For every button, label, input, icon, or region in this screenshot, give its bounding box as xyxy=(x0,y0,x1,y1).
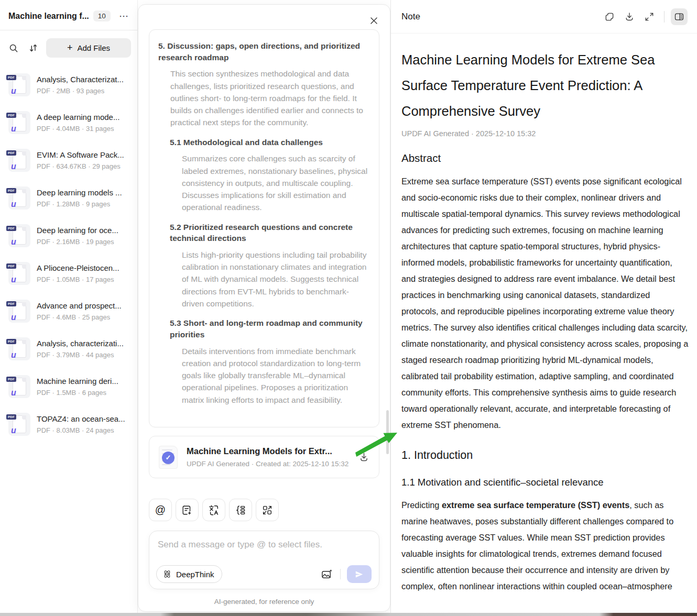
mindmap-icon[interactable] xyxy=(229,499,252,521)
expand-icon[interactable] xyxy=(641,8,658,25)
file-row-5[interactable]: PDFuDeep learning for oce...PDF · 2.16MB… xyxy=(4,217,133,255)
divider xyxy=(664,11,665,23)
file-meta: PDF · 634.67KB · 29 pages xyxy=(37,162,124,170)
file-count-badge: 10 xyxy=(93,10,111,21)
file-row-1[interactable]: PDFuAnalysis, Characterizat...PDF · 2MB … xyxy=(4,66,133,104)
outline-heading: 5. Discussion: gaps, open directions, an… xyxy=(158,40,370,63)
introduction-paragraph: Predicting extreme sea surface temperatu… xyxy=(401,497,689,595)
file-meta: PDF · 4.04MB · 31 pages xyxy=(37,125,119,133)
search-icon[interactable] xyxy=(6,41,21,56)
file-list: PDFuAnalysis, Characterizat...PDF · 2MB … xyxy=(0,63,137,446)
download-icon[interactable] xyxy=(358,452,369,463)
file-sidebar: Machine learning f... 10 ⋯ + Add Files P… xyxy=(0,0,138,613)
generated-note-card[interactable]: ✓ Machine Learning Models for Extr... UP… xyxy=(149,436,379,478)
divider xyxy=(340,569,341,579)
background-window-edge xyxy=(0,613,697,616)
convert-icon[interactable] xyxy=(256,499,279,521)
add-files-label: Add Files xyxy=(77,43,110,52)
insert-image-icon[interactable] xyxy=(320,567,334,581)
translate-icon[interactable] xyxy=(202,499,225,521)
file-meta: PDF · 1.5MB · 6 pages xyxy=(37,389,118,397)
copy-icon[interactable] xyxy=(601,8,618,25)
outline-section-5-1: 5.1 Methodological and data challenges S… xyxy=(170,137,370,214)
document-byline: UPDF AI Generated · 2025-12-10 15:32 xyxy=(401,129,689,138)
generated-doc-icon: ✓ xyxy=(158,445,180,470)
pdf-file-icon: PDFu xyxy=(8,375,30,398)
sort-icon[interactable] xyxy=(26,41,41,56)
plus-icon: + xyxy=(67,42,73,53)
pdf-file-icon: PDFu xyxy=(8,337,30,360)
abstract-heading: Abstract xyxy=(401,152,689,164)
generated-note-meta: UPDF AI Generated · Created at: 2025-12-… xyxy=(187,460,352,468)
file-row-9[interactable]: PDFuMachine learning deri...PDF · 1.5MB … xyxy=(4,368,133,405)
file-row-2[interactable]: PDFuA deep learning mode...PDF · 4.04MB … xyxy=(4,104,133,141)
quick-action-row: @ xyxy=(149,499,279,521)
folder-title: Machine learning f... xyxy=(8,12,89,21)
note-document[interactable]: Machine Learning Models for Extreme Sea … xyxy=(391,34,697,595)
generated-note-title: Machine Learning Models for Extr... xyxy=(187,446,352,456)
deepthink-toggle[interactable]: DeepThink xyxy=(156,565,222,583)
file-name: Deep learning for oce... xyxy=(37,226,118,235)
file-name: Machine learning deri... xyxy=(37,377,118,386)
file-name: A deep learning mode... xyxy=(37,113,119,122)
pdf-file-icon: PDFu xyxy=(8,413,30,436)
outline-body: Lists high-priority questions including … xyxy=(182,249,370,310)
pdf-file-icon: PDFu xyxy=(8,186,30,210)
panel-toggle-icon[interactable] xyxy=(671,8,688,25)
document-title: Machine Learning Models for Extreme Sea … xyxy=(401,47,689,124)
file-name: Analysis, Characterizat... xyxy=(37,75,124,84)
outline-summary-card[interactable]: 5. Discussion: gaps, open directions, an… xyxy=(149,29,379,427)
pdf-file-icon: PDFu xyxy=(8,111,30,134)
bold-keyphrase: extreme sea surface temperature (SST) ev… xyxy=(442,500,629,510)
message-composer: DeepThink xyxy=(149,531,379,589)
add-files-button[interactable]: + Add Files xyxy=(46,38,131,58)
note-sparkle-icon[interactable] xyxy=(176,499,199,521)
motivation-subheading: 1.1 Motivation and scientific–societal r… xyxy=(401,477,689,488)
note-panel: Note Machine Learning Models for Extreme… xyxy=(390,0,697,613)
pdf-file-icon: PDFu xyxy=(8,300,30,323)
note-header: Note xyxy=(391,0,697,34)
abstract-paragraph: Extreme sea surface temperature (SST) ev… xyxy=(401,173,689,433)
outline-section-5-3: 5.3 Short- and long-term roadmap and com… xyxy=(170,317,370,406)
outline-section-5: 5. Discussion: gaps, open directions, an… xyxy=(158,40,370,129)
file-name: Analysis, characterizati... xyxy=(37,339,124,348)
introduction-heading: 1. Introduction xyxy=(401,449,689,462)
file-meta: PDF · 3.79MB · 44 pages xyxy=(37,351,124,359)
more-options-icon[interactable]: ⋯ xyxy=(119,14,129,19)
file-row-10[interactable]: PDFuTOPAZ4: an ocean-sea...PDF · 8.03MB … xyxy=(4,405,133,443)
file-row-6[interactable]: PDFuA Pliocene-Pleistocen...PDF · 1.05MB… xyxy=(4,255,133,292)
pdf-file-icon: PDFu xyxy=(8,262,30,285)
outline-heading: 5.2 Prioritized research questions and c… xyxy=(170,222,370,244)
file-name: EVIM: A Software Pack... xyxy=(37,150,124,159)
mention-icon[interactable]: @ xyxy=(149,499,172,521)
outline-heading: 5.3 Short- and long-term roadmap and com… xyxy=(170,317,370,340)
file-name: TOPAZ4: an ocean-sea... xyxy=(37,414,125,423)
file-row-4[interactable]: PDFuDeep learning models ...PDF · 1.28MB… xyxy=(4,179,133,217)
file-name: Advance and prospect... xyxy=(37,301,122,310)
file-meta: PDF · 1.28MB · 9 pages xyxy=(37,200,122,208)
file-meta: PDF · 1.05MB · 17 pages xyxy=(37,276,119,283)
updf-ai-window: Machine learning f... 10 ⋯ + Add Files P… xyxy=(0,0,697,616)
file-row-7[interactable]: PDFuAdvance and prospect...PDF · 4.6MB ·… xyxy=(4,292,133,330)
pdf-file-icon: PDFu xyxy=(8,224,30,247)
file-name: Deep learning models ... xyxy=(37,188,122,197)
file-meta: PDF · 2MB · 93 pages xyxy=(37,87,124,95)
sidebar-header: Machine learning f... 10 ⋯ xyxy=(0,0,137,30)
file-name: A Pliocene-Pleistocen... xyxy=(37,263,119,272)
outline-body: Details interventions from immediate ben… xyxy=(182,345,370,406)
outline-body: This section synthesizes methodological … xyxy=(170,68,370,128)
download-icon[interactable] xyxy=(621,8,638,25)
pdf-file-icon: PDFu xyxy=(8,73,30,96)
send-button[interactable] xyxy=(347,565,372,583)
file-row-3[interactable]: PDFuEVIM: A Software Pack...PDF · 634.67… xyxy=(4,141,133,179)
message-input[interactable] xyxy=(158,540,371,550)
file-meta: PDF · 2.16MB · 19 pages xyxy=(37,238,118,246)
close-icon[interactable] xyxy=(367,14,380,27)
outline-body: Summarizes core challenges such as scarc… xyxy=(182,152,370,213)
file-row-8[interactable]: PDFuAnalysis, characterizati...PDF · 3.7… xyxy=(4,330,133,368)
file-meta: PDF · 8.03MB · 24 pages xyxy=(37,426,125,434)
outline-heading: 5.1 Methodological and data challenges xyxy=(170,137,370,148)
note-header-title: Note xyxy=(401,12,420,22)
ai-disclaimer: AI-generated, for reference only xyxy=(138,598,390,606)
chat-scrollbar-thumb[interactable] xyxy=(386,410,389,454)
